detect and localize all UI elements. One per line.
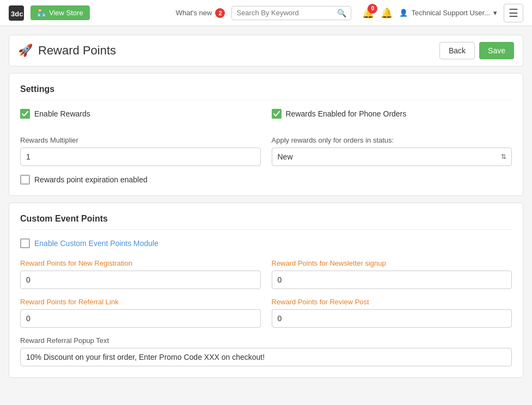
nav-icons: 🔔 0 🔔 👤 Technical Support User... ▾ ☰ (362, 4, 523, 22)
referral-label-pre: Reward Points for (20, 298, 78, 306)
referral-input[interactable] (20, 309, 261, 328)
review-label-highlight: Review Post (329, 298, 369, 306)
back-button[interactable]: Back (439, 42, 475, 59)
status-select[interactable]: New Processing Shipped Delivered Cancell… (272, 148, 512, 166)
hamburger-menu[interactable]: ☰ (504, 4, 523, 22)
popup-text-group: Reward Referral Popup Text (20, 336, 512, 366)
notifications-badge: 0 (368, 4, 377, 14)
expiration-checkbox[interactable] (20, 175, 30, 185)
rewards-phone-label: Rewards Enabled for Phone Orders (286, 109, 407, 118)
enable-rewards-label: Enable Rewards (34, 109, 90, 118)
alert-icon: 🔔 (381, 8, 393, 19)
event-points-grid-1: Reward Points for New Registration Rewar… (20, 259, 512, 289)
svg-text:3dc: 3dc (11, 10, 23, 18)
user-menu[interactable]: 👤 Technical Support User... ▾ (399, 9, 497, 17)
popup-input[interactable] (20, 348, 512, 366)
review-input[interactable] (272, 309, 512, 328)
page-title: Reward Points (38, 44, 116, 58)
store-icon: 🏪 (37, 9, 46, 17)
newsletter-label-highlight: Newsletter signup (329, 259, 386, 267)
status-select-wrap: New Processing Shipped Delivered Cancell… (272, 148, 512, 166)
enable-custom-events-label: Enable Custom Event Points Module (34, 239, 158, 248)
page-content: 🚀 Reward Points Back Save Settings Enabl… (0, 26, 532, 393)
review-label-pre: Reward Points for (272, 298, 330, 306)
view-store-button[interactable]: 🏪 View Store (30, 5, 90, 20)
referral-group: Reward Points for Referral Link (20, 298, 261, 328)
enable-rewards-row[interactable]: Enable Rewards (20, 109, 261, 119)
newsletter-label: Reward Points for Newsletter signup (272, 259, 512, 267)
event-points-grid-2: Reward Points for Referral Link Reward P… (20, 298, 512, 328)
whats-new[interactable]: What's new 2 (176, 8, 225, 18)
logo: 3dc (9, 5, 24, 21)
rocket-icon: 🚀 (18, 44, 33, 58)
expiration-label: Rewards point expiration enabled (34, 175, 148, 184)
enable-rewards-checkbox[interactable] (20, 109, 30, 119)
review-group: Reward Points for Review Post (272, 298, 512, 328)
hamburger-icon: ☰ (509, 7, 518, 19)
search-icon: 🔍 (337, 9, 346, 17)
enable-custom-events-row[interactable]: Enable Custom Event Points Module (20, 238, 512, 248)
whats-new-badge: 2 (215, 8, 225, 18)
popup-label: Reward Referral Popup Text (20, 336, 512, 345)
notifications-icon-wrap[interactable]: 🔔 0 (362, 7, 374, 19)
rewards-phone-row[interactable]: Rewards Enabled for Phone Orders (272, 109, 512, 119)
registration-group: Reward Points for New Registration (20, 259, 261, 289)
form-grid: Rewards Multiplier Apply rewards only fo… (20, 136, 512, 166)
referral-label: Reward Points for Referral Link (20, 298, 261, 306)
search-input[interactable] (236, 9, 334, 17)
multiplier-input[interactable] (20, 148, 261, 166)
checkmark-phone-icon (273, 111, 280, 117)
status-group: Apply rewards only for orders in status:… (272, 136, 512, 166)
checkmark-icon (22, 111, 28, 117)
logo-icon: 3dc (9, 5, 24, 21)
registration-input[interactable] (20, 271, 261, 289)
newsletter-label-pre: Reward Points for (272, 259, 330, 267)
multiplier-label: Rewards Multiplier (20, 136, 261, 144)
save-button[interactable]: Save (479, 42, 514, 59)
settings-title: Settings (20, 84, 512, 100)
view-store-label: View Store (49, 9, 83, 17)
newsletter-group: Reward Points for Newsletter signup (272, 259, 512, 289)
bell-icon[interactable]: 🔔 (381, 7, 393, 19)
custom-events-title: Custom Event Points (20, 214, 512, 230)
search-bar[interactable]: 🔍 (231, 6, 351, 20)
custom-events-section: Custom Event Points Enable Custom Event … (9, 202, 523, 378)
multiplier-group: Rewards Multiplier (20, 136, 261, 166)
page-header: 🚀 Reward Points Back Save (9, 35, 523, 66)
registration-label: Reward Points for New Registration (20, 259, 261, 267)
registration-label-highlight: New Registration (78, 259, 132, 267)
chevron-down-icon: ▾ (493, 9, 497, 17)
registration-label-pre: Reward Points for (20, 259, 78, 267)
header-actions: Back Save (439, 42, 514, 59)
page-title-wrap: 🚀 Reward Points (18, 44, 116, 58)
newsletter-input[interactable] (272, 271, 512, 289)
expiration-row[interactable]: Rewards point expiration enabled (20, 175, 512, 185)
user-icon: 👤 (399, 9, 408, 17)
rewards-phone-checkbox[interactable] (272, 109, 282, 119)
status-label: Apply rewards only for orders in status: (272, 136, 512, 144)
user-label: Technical Support User... (411, 9, 490, 17)
top-navigation: 3dc 🏪 View Store What's new 2 🔍 🔔 0 🔔 👤 … (0, 0, 532, 26)
settings-section: Settings Enable Rewards Rewards Enabled … (9, 73, 523, 196)
review-label: Reward Points for Review Post (272, 298, 512, 306)
enable-custom-events-checkbox[interactable] (20, 238, 30, 248)
whats-new-label: What's new (176, 9, 212, 17)
referral-label-highlight: Referral Link (78, 298, 119, 306)
